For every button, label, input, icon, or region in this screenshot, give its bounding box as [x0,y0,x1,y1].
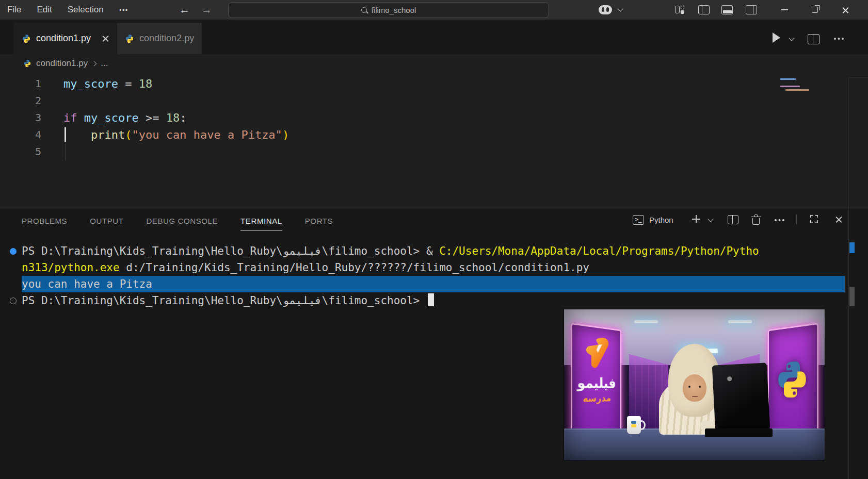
copilot-icon[interactable] [599,5,612,14]
restore-icon [812,7,818,13]
breadcrumb-chevron-icon [92,61,97,66]
menu-selection[interactable]: Selection [68,5,104,15]
customize-layout-icon[interactable] [675,6,685,14]
restore-button[interactable] [806,0,824,20]
terminal-shell-icon: >_ [633,215,644,225]
indent-guide [65,143,66,160]
maximize-panel-icon[interactable] [810,215,818,223]
panel-tab-output[interactable]: OUTPUT [90,217,123,230]
tab-label: condition2.py [139,33,194,44]
scroll-gutter-border [848,77,868,78]
terminal-line[interactable]: PS D:\Training\Kids_Training\Hello_Ruby\… [22,243,845,259]
video-overlay[interactable]: فیلیمو مدرسه [564,309,825,460]
panel-divider [796,214,797,224]
copilot-chevron-icon[interactable] [617,6,623,11]
tab-condition1[interactable]: condition1.py [14,23,117,54]
menu-file[interactable]: File [7,5,21,15]
code-line[interactable]: print("you can have a Pitza") [63,126,289,143]
terminal-cursor [428,293,434,306]
terminal-line[interactable]: PS D:\Training\Kids_Training\Hello_Ruby\… [22,292,845,309]
close-panel-icon[interactable] [835,216,843,223]
panel-tab-ports[interactable]: PORTS [305,217,333,230]
editor-more-actions-icon[interactable] [834,38,836,40]
menu-edit[interactable]: Edit [37,5,52,15]
line-number: 1 [0,75,41,92]
kill-terminal-icon[interactable] [752,218,760,225]
breadcrumb[interactable]: condition1.py ... [23,58,108,69]
code-line[interactable]: if my_score >= 18: [63,109,289,126]
menu-overflow-icon[interactable]: ⋯ [119,5,129,15]
panel-tab-terminal[interactable]: TERMINAL [240,217,282,230]
terminal-dropdown-icon[interactable] [708,216,713,222]
line-number: 5 [0,143,41,160]
panel-tab-bar: PROBLEMS OUTPUT DEBUG CONSOLE TERMINAL P… [22,217,333,230]
close-icon [842,6,849,14]
search-icon [361,7,367,13]
line-number: 4 [0,126,41,143]
terminal-shell-label[interactable]: Python [649,216,673,224]
panel-tab-problems[interactable]: PROBLEMS [22,217,67,230]
breadcrumb-file[interactable]: condition1.py [36,58,88,69]
toggle-panel-icon[interactable] [721,5,733,14]
tab-label: condition1.py [36,33,91,44]
code-line[interactable] [63,143,289,160]
close-window-button[interactable] [837,0,854,20]
command-decoration-icon[interactable] [10,298,17,304]
python-file-icon [22,34,31,43]
split-editor-icon[interactable] [808,34,819,44]
line-number: 3 [0,109,41,126]
forward-icon[interactable]: → [201,4,212,16]
terminal-scrollbar-thumb[interactable] [849,287,855,306]
titlebar: File Edit Selection ⋯ ← → filimo_school [0,0,868,20]
minimize-button[interactable] [776,0,793,20]
line-number: 2 [0,92,41,109]
menu-bar: File Edit Selection ⋯ [7,0,129,20]
toggle-sidebar-icon[interactable] [698,5,710,14]
command-decoration-icon[interactable] [10,248,17,255]
history-nav: ← → [179,0,212,20]
tab-close-icon[interactable] [102,35,109,42]
back-icon[interactable]: ← [179,4,190,16]
breadcrumb-symbol[interactable]: ... [101,58,108,69]
code-line[interactable]: my_score = 18 [63,75,289,92]
editor-cursor [65,127,66,142]
tab-condition2[interactable]: condition2.py [117,23,202,54]
scrollbar-command-decoration [849,242,855,253]
editor-tab-bar: condition1.py condition2.py [0,20,868,54]
python-file-icon [23,59,31,68]
line-number-gutter: 12345 [0,75,41,160]
terminal-output[interactable]: PS D:\Training\Kids_Training\Hello_Ruby\… [22,243,845,309]
new-terminal-icon[interactable] [692,215,700,223]
editor-area: condition1.py ... 12345 my_score = 18if … [0,54,868,208]
code-area[interactable]: my_score = 18if my_score >= 18: print("y… [63,75,289,160]
code-line[interactable] [63,92,289,109]
minimap[interactable] [780,78,809,93]
search-value: filimo_school [372,6,416,14]
terminal-line-selected[interactable]: you can have a Pitza [22,276,845,292]
toggle-secondary-sidebar-icon[interactable] [746,5,757,14]
minimize-icon [781,9,788,10]
run-button[interactable] [773,32,780,43]
video-vignette [564,309,825,460]
terminal-line[interactable]: n313/python.exe d:/Training/Kids_Trainin… [22,259,845,276]
vscode-window: File Edit Selection ⋯ ← → filimo_school … [0,0,868,479]
panel-more-actions-icon[interactable] [775,219,777,221]
panel-tab-debug-console[interactable]: DEBUG CONSOLE [146,217,218,230]
command-center-search[interactable]: filimo_school [228,2,549,18]
scroll-gutter-border [848,77,849,479]
split-terminal-icon[interactable] [728,215,738,224]
python-file-icon [125,34,134,43]
